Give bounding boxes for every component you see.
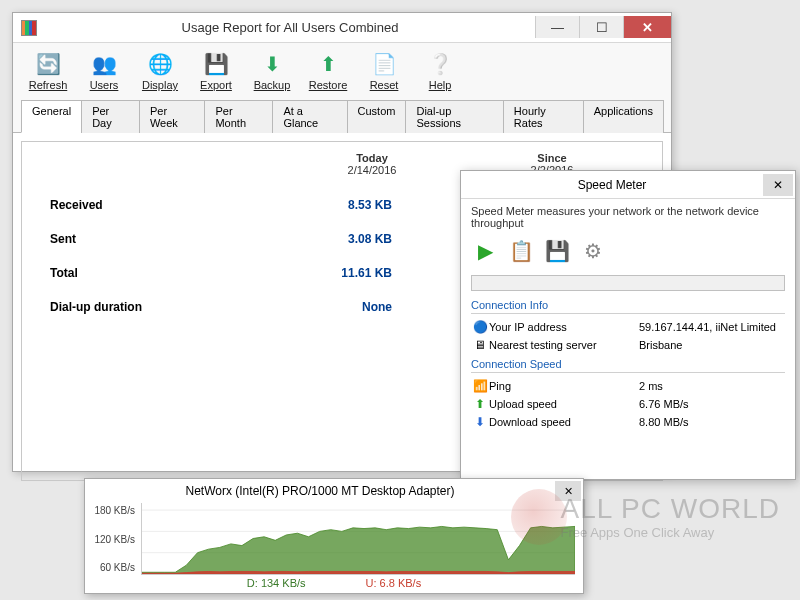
download-value: 8.80 MB/s: [639, 416, 785, 428]
tab-general[interactable]: General: [21, 100, 82, 133]
ip-value: 59.167.144.41, iiNet Limited: [639, 321, 785, 333]
titlebar[interactable]: Usage Report for All Users Combined: [13, 13, 671, 43]
toolbar-label: Restore: [309, 79, 348, 91]
server-value: Brisbane: [639, 339, 785, 351]
restore-button[interactable]: ⬆Restore: [301, 49, 355, 93]
play-icon[interactable]: ▶: [471, 237, 499, 265]
toolbar-label: Backup: [254, 79, 291, 91]
server-row: 🖥 Nearest testing server Brisbane: [471, 336, 785, 354]
arrow-up-icon: ⬆: [471, 397, 489, 411]
reset-icon: 📄: [371, 51, 397, 77]
chart-area: [141, 503, 575, 575]
help-icon: ❔: [427, 51, 453, 77]
tab-at-a-glance[interactable]: At a Glance: [272, 100, 347, 133]
ip-label: Your IP address: [489, 321, 639, 333]
toolbar-label: Refresh: [29, 79, 68, 91]
row-value: None: [222, 300, 392, 314]
app-icon: [21, 20, 37, 36]
close-button[interactable]: ✕: [763, 174, 793, 196]
ping-value: 2 ms: [639, 380, 785, 392]
export-icon: 💾: [203, 51, 229, 77]
globe-icon: 🔵: [471, 320, 489, 334]
watermark: ALL PC WORLD Free Apps One Click Away: [561, 493, 780, 540]
save-icon[interactable]: 💾: [543, 237, 571, 265]
row-label: Dial-up duration: [22, 300, 222, 314]
refresh-icon: 🔄: [35, 51, 61, 77]
progress-bar: [471, 275, 785, 291]
refresh-button[interactable]: 🔄Refresh: [21, 49, 75, 93]
legend-download: D: 134 KB/s: [247, 577, 306, 589]
titlebar[interactable]: Speed Meter ✕: [461, 171, 795, 199]
upload-row: ⬆ Upload speed 6.76 MB/s: [471, 395, 785, 413]
connection-info-section: Connection Info 🔵 Your IP address 59.167…: [471, 299, 785, 354]
networx-graph-window: NetWorx (Intel(R) PRO/1000 MT Desktop Ad…: [84, 478, 584, 594]
help-button[interactable]: ❔Help: [413, 49, 467, 93]
toolbar: 🔄Refresh👥Users🌐Display💾Export⬇Backup⬆Res…: [13, 43, 671, 99]
toolbar-label: Users: [90, 79, 119, 91]
maximize-button[interactable]: [579, 16, 623, 38]
watermark-title: ALL PC WORLD: [561, 493, 780, 525]
download-label: Download speed: [489, 416, 639, 428]
y-tick: 180 KB/s: [91, 505, 135, 516]
tab-custom[interactable]: Custom: [347, 100, 407, 133]
tab-dial-up-sessions[interactable]: Dial-up Sessions: [405, 100, 503, 133]
download-row: ⬇ Download speed 8.80 MB/s: [471, 413, 785, 431]
ping-label: Ping: [489, 380, 639, 392]
row-label: Received: [22, 198, 222, 212]
row-label: Sent: [22, 232, 222, 246]
section-title: Connection Speed: [471, 358, 785, 373]
server-label: Nearest testing server: [489, 339, 639, 351]
ping-icon: 📶: [471, 379, 489, 393]
row-value: 8.53 KB: [222, 198, 392, 212]
reset-button[interactable]: 📄Reset: [357, 49, 411, 93]
y-tick: 60 KB/s: [91, 562, 135, 573]
display-icon: 🌐: [147, 51, 173, 77]
row-label: Total: [22, 266, 222, 280]
speed-meter-window: Speed Meter ✕ Speed Meter measures your …: [460, 170, 796, 480]
tab-per-day[interactable]: Per Day: [81, 100, 140, 133]
close-button[interactable]: ✕: [555, 481, 581, 501]
row-value: 11.61 KB: [222, 266, 392, 280]
row-value: 3.08 KB: [222, 232, 392, 246]
watermark-subtitle: Free Apps One Click Away: [561, 525, 780, 540]
description: Speed Meter measures your network or the…: [461, 199, 795, 235]
speed-toolbar: ▶ 📋 💾 ⚙: [461, 235, 795, 271]
restore-icon: ⬆: [315, 51, 341, 77]
ip-row: 🔵 Your IP address 59.167.144.41, iiNet L…: [471, 318, 785, 336]
display-button[interactable]: 🌐Display: [133, 49, 187, 93]
tab-per-month[interactable]: Per Month: [204, 100, 273, 133]
connection-speed-section: Connection Speed 📶 Ping 2 ms ⬆ Upload sp…: [471, 358, 785, 431]
tab-applications[interactable]: Applications: [583, 100, 664, 133]
section-title: Connection Info: [471, 299, 785, 314]
upload-label: Upload speed: [489, 398, 639, 410]
y-tick: 120 KB/s: [91, 534, 135, 545]
tab-strip: GeneralPer DayPer WeekPer MonthAt a Glan…: [13, 99, 671, 133]
close-button[interactable]: [623, 16, 671, 38]
users-button[interactable]: 👥Users: [77, 49, 131, 93]
clipboard-icon[interactable]: 📋: [507, 237, 535, 265]
toolbar-label: Export: [200, 79, 232, 91]
backup-button[interactable]: ⬇Backup: [245, 49, 299, 93]
titlebar[interactable]: NetWorx (Intel(R) PRO/1000 MT Desktop Ad…: [85, 479, 583, 503]
legend: D: 134 KB/s U: 6.8 KB/s: [85, 575, 583, 591]
export-button[interactable]: 💾Export: [189, 49, 243, 93]
today-date: 2/14/2016: [348, 164, 397, 176]
window-title: NetWorx (Intel(R) PRO/1000 MT Desktop Ad…: [85, 484, 555, 498]
toolbar-label: Display: [142, 79, 178, 91]
window-title: Usage Report for All Users Combined: [45, 20, 535, 35]
users-icon: 👥: [91, 51, 117, 77]
tab-hourly-rates[interactable]: Hourly Rates: [503, 100, 584, 133]
ping-row: 📶 Ping 2 ms: [471, 377, 785, 395]
toolbar-label: Help: [429, 79, 452, 91]
server-icon: 🖥: [471, 338, 489, 352]
tab-per-week[interactable]: Per Week: [139, 100, 206, 133]
since-label: Since: [462, 152, 642, 164]
minimize-button[interactable]: [535, 16, 579, 38]
legend-upload: U: 6.8 KB/s: [366, 577, 422, 589]
backup-icon: ⬇: [259, 51, 285, 77]
gear-icon[interactable]: ⚙: [579, 237, 607, 265]
toolbar-label: Reset: [370, 79, 399, 91]
y-axis: 180 KB/s 120 KB/s 60 KB/s: [85, 503, 141, 575]
today-label: Today: [282, 152, 462, 164]
arrow-down-icon: ⬇: [471, 415, 489, 429]
